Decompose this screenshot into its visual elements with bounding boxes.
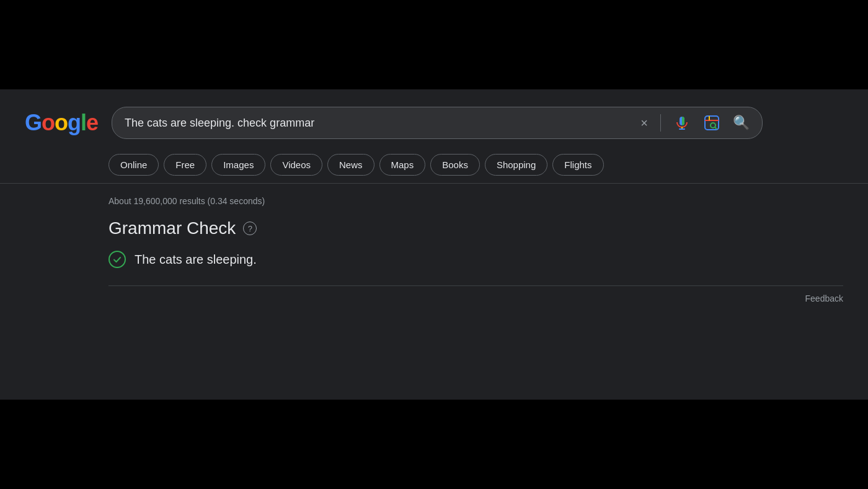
- header: Google ×: [0, 89, 868, 151]
- microphone-icon[interactable]: [671, 112, 693, 134]
- grammar-title: Grammar Check ?: [108, 218, 843, 238]
- check-circle-icon: [108, 251, 126, 268]
- tab-flights[interactable]: Flights: [552, 154, 603, 176]
- tab-images[interactable]: Images: [211, 154, 265, 176]
- results-count: About 19,600,000 results (0.34 seconds): [108, 196, 843, 206]
- search-input[interactable]: [125, 117, 631, 130]
- results-divider: [108, 285, 843, 286]
- grammar-sentence: The cats are sleeping.: [135, 253, 257, 267]
- search-divider: [660, 114, 661, 132]
- clear-icon[interactable]: ×: [638, 114, 650, 133]
- tab-news[interactable]: News: [327, 154, 374, 176]
- search-bar: × 🔍: [112, 107, 763, 139]
- feedback-link[interactable]: Feedback: [805, 294, 843, 303]
- help-icon[interactable]: ?: [243, 222, 257, 235]
- results-area: About 19,600,000 results (0.34 seconds) …: [0, 184, 868, 316]
- tab-shopping[interactable]: Shopping: [485, 154, 547, 176]
- lens-icon[interactable]: [701, 112, 723, 134]
- browser-window: Google ×: [0, 89, 868, 400]
- google-logo: Google: [25, 110, 99, 136]
- feedback-row: Feedback: [108, 294, 843, 303]
- grammar-check-heading: Grammar Check: [108, 218, 236, 238]
- tab-books[interactable]: Books: [430, 154, 480, 176]
- tab-videos[interactable]: Videos: [270, 154, 322, 176]
- grammar-result: The cats are sleeping.: [108, 251, 843, 268]
- search-icon[interactable]: 🔍: [730, 112, 752, 133]
- tab-maps[interactable]: Maps: [379, 154, 426, 176]
- tab-online[interactable]: Online: [108, 154, 159, 176]
- search-tabs: Online Free Images Videos News Maps Book…: [0, 151, 868, 184]
- tab-free[interactable]: Free: [164, 154, 206, 176]
